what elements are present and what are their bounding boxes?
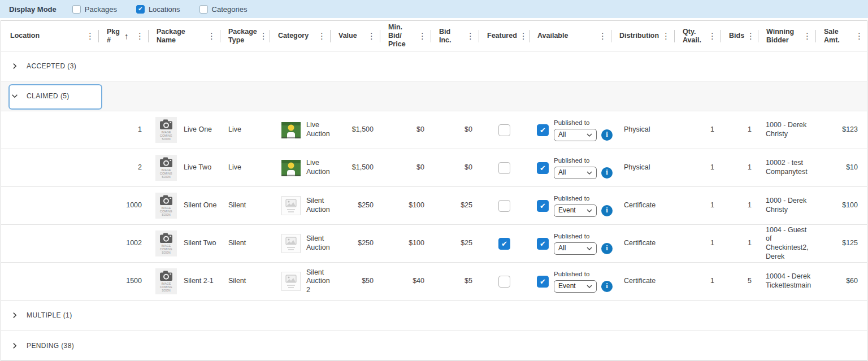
column-header-package-name[interactable]: Package Name ⋮ bbox=[149, 21, 220, 51]
group-row-pending[interactable]: PENDING (38) bbox=[1, 330, 867, 360]
package-row: 2 IMAGE COMING SOON Live Two Live Live A… bbox=[1, 149, 867, 187]
published-to-label: Published to bbox=[554, 232, 613, 240]
group-label: PENDING (38) bbox=[27, 342, 74, 350]
column-menu-icon[interactable]: ⋮ bbox=[801, 32, 811, 40]
column-menu-icon[interactable]: ⋮ bbox=[744, 32, 755, 40]
column-menu-icon[interactable]: ⋮ bbox=[853, 32, 863, 40]
cell-package-type: Silent bbox=[220, 201, 270, 210]
published-to-group: Published to All bbox=[554, 232, 613, 254]
chevron-down-icon bbox=[587, 133, 592, 137]
cell-pkg-number: 1500 bbox=[99, 277, 149, 286]
available-checkbox[interactable] bbox=[537, 162, 549, 174]
packages-checkbox[interactable] bbox=[72, 5, 81, 14]
column-header-bids[interactable]: Bids ⋮ bbox=[721, 21, 758, 51]
column-header-distribution[interactable]: Distribution ⋮ bbox=[611, 21, 675, 51]
camera-icon bbox=[159, 195, 173, 206]
column-menu-icon[interactable]: ⋮ bbox=[596, 32, 607, 40]
column-header-min-bid-price[interactable]: Min. Bid/ Price ⋮ bbox=[380, 21, 431, 51]
column-menu-icon[interactable]: ⋮ bbox=[84, 32, 94, 40]
featured-checkbox[interactable] bbox=[498, 162, 510, 174]
cell-value: $1,500 bbox=[331, 125, 380, 134]
column-header-pkg-number[interactable]: Pkg # ↑ ⋮ bbox=[99, 21, 149, 51]
display-mode-option-packages[interactable]: Packages bbox=[72, 5, 117, 14]
package-row: 1500 IMAGE COMING SOON Silent 2-1 Silent… bbox=[1, 263, 867, 301]
chevron-down-icon bbox=[587, 285, 592, 288]
column-header-featured[interactable]: Featured ⋮ bbox=[479, 21, 530, 51]
column-header-sale-amt[interactable]: Sale Amt. ⋮ bbox=[816, 21, 868, 51]
cell-sale-amt: $100 bbox=[816, 201, 868, 210]
featured-checkbox[interactable] bbox=[498, 200, 510, 212]
column-menu-icon[interactable]: ⋮ bbox=[706, 32, 717, 40]
info-icon[interactable] bbox=[601, 167, 613, 179]
published-to-select[interactable]: Event bbox=[554, 280, 597, 293]
cell-package-name: IMAGE COMING SOON Live Two bbox=[149, 155, 220, 181]
package-image-placeholder: IMAGE COMING SOON bbox=[155, 117, 177, 143]
available-checkbox[interactable] bbox=[537, 124, 549, 136]
available-checkbox[interactable] bbox=[537, 200, 549, 212]
published-to-group: Published to All bbox=[554, 156, 613, 179]
column-menu-icon[interactable]: ⋮ bbox=[365, 32, 376, 40]
display-mode-option-locations[interactable]: Locations bbox=[136, 5, 180, 14]
cell-category: Silent Auction bbox=[270, 196, 331, 215]
published-to-label: Published to bbox=[554, 156, 613, 164]
column-header-winning-bidder[interactable]: Winning Bidder ⋮ bbox=[758, 21, 816, 51]
column-menu-icon[interactable]: ⋮ bbox=[205, 32, 216, 40]
sort-ascending-icon: ↑ bbox=[124, 31, 129, 41]
cell-qty-avail: 1 bbox=[675, 163, 721, 172]
column-header-location[interactable]: Location ⋮ bbox=[1, 21, 99, 51]
categories-checkbox[interactable] bbox=[199, 5, 208, 14]
cell-sale-amt: $125 bbox=[816, 239, 868, 248]
group-row-claimed[interactable]: CLAIMED (5) bbox=[1, 81, 867, 111]
column-header-available[interactable]: Available ⋮ bbox=[530, 21, 611, 51]
cell-bids: 1 bbox=[721, 201, 758, 210]
no-image-placeholder-thumbnail bbox=[281, 234, 301, 253]
published-to-select[interactable]: All bbox=[554, 129, 597, 141]
available-checkbox[interactable] bbox=[537, 238, 549, 250]
cell-available: Published to All bbox=[530, 119, 611, 141]
info-icon[interactable] bbox=[601, 281, 613, 292]
column-menu-icon[interactable]: ⋮ bbox=[517, 32, 528, 40]
published-to-select[interactable]: Event bbox=[554, 205, 597, 217]
published-to-group: Published to Event bbox=[554, 270, 613, 292]
package-row: 1000 IMAGE COMING SOON Silent One Silent… bbox=[1, 187, 867, 225]
display-mode-bar: Display Mode Packages Locations Categori… bbox=[0, 0, 868, 18]
cell-package-type: Silent bbox=[220, 277, 270, 286]
cell-sale-amt: $60 bbox=[816, 277, 868, 286]
column-menu-icon[interactable]: ⋮ bbox=[659, 32, 670, 40]
group-row-multiple[interactable]: MULTIPLE (1) bbox=[1, 301, 867, 330]
package-image-placeholder: IMAGE COMING SOON bbox=[155, 193, 177, 219]
published-to-select[interactable]: All bbox=[554, 167, 597, 179]
info-icon[interactable] bbox=[601, 129, 613, 141]
published-to-select[interactable]: All bbox=[554, 242, 597, 255]
chevron-down-icon bbox=[587, 171, 592, 175]
column-menu-icon[interactable]: ⋮ bbox=[133, 32, 144, 40]
info-icon[interactable] bbox=[601, 205, 613, 216]
column-menu-icon[interactable]: ⋮ bbox=[464, 32, 475, 40]
featured-checkbox[interactable] bbox=[498, 124, 510, 136]
column-header-category[interactable]: Category ⋮ bbox=[270, 21, 331, 51]
column-header-value[interactable]: Value ⋮ bbox=[331, 21, 380, 51]
column-header-package-type[interactable]: Package Type ⋮ bbox=[220, 21, 270, 51]
cell-package-name: IMAGE COMING SOON Silent One bbox=[149, 193, 220, 219]
published-to-label: Published to bbox=[554, 119, 613, 127]
chevron-right-icon bbox=[10, 341, 19, 350]
cell-winning-bidder: 10004 - Derek Tickettestmain bbox=[758, 272, 816, 290]
cell-min-bid: $40 bbox=[380, 277, 431, 286]
group-row-accepted[interactable]: ACCEPTED (3) bbox=[1, 51, 867, 81]
display-mode-option-categories[interactable]: Categories bbox=[199, 5, 248, 14]
column-menu-icon[interactable]: ⋮ bbox=[257, 32, 268, 40]
cell-winning-bidder: 10002 - test Companytest bbox=[758, 159, 816, 176]
available-checkbox[interactable] bbox=[537, 276, 549, 288]
no-image-placeholder-thumbnail bbox=[281, 272, 301, 291]
featured-checkbox[interactable] bbox=[498, 238, 510, 250]
info-icon[interactable] bbox=[601, 243, 613, 254]
column-header-bid-inc[interactable]: Bid Inc. ⋮ bbox=[431, 21, 479, 51]
column-header-qty-avail[interactable]: Qty. Avail. ⋮ bbox=[675, 21, 721, 51]
column-menu-icon[interactable]: ⋮ bbox=[315, 32, 326, 40]
package-row: 1 IMAGE COMING SOON Live One Live Live A… bbox=[1, 111, 867, 149]
column-menu-icon[interactable]: ⋮ bbox=[416, 32, 427, 40]
featured-checkbox[interactable] bbox=[498, 276, 510, 288]
group-label: ACCEPTED (3) bbox=[27, 62, 76, 70]
live-auction-photo-thumbnail bbox=[281, 160, 301, 176]
locations-checkbox[interactable] bbox=[136, 5, 145, 14]
